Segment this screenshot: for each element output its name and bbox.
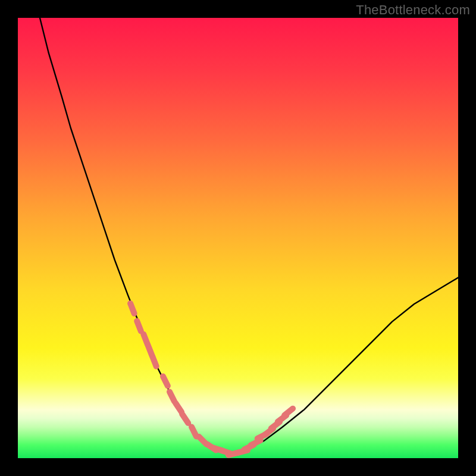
marker-dash [152, 356, 156, 367]
marker-dash [163, 377, 168, 386]
marker-dash [182, 414, 188, 423]
marker-dash [130, 303, 134, 314]
marker-dash [192, 427, 196, 437]
bottleneck-curve [40, 18, 458, 454]
watermark-text: TheBottleneck.com [356, 2, 470, 18]
marker-dash [284, 409, 293, 415]
plot-area [18, 18, 458, 458]
marker-dash [170, 392, 174, 401]
marker-group [130, 303, 293, 455]
outer-frame: TheBottleneck.com [0, 0, 476, 476]
marker-dash [176, 403, 181, 412]
chart-svg [18, 18, 458, 458]
marker-dash [137, 321, 141, 331]
